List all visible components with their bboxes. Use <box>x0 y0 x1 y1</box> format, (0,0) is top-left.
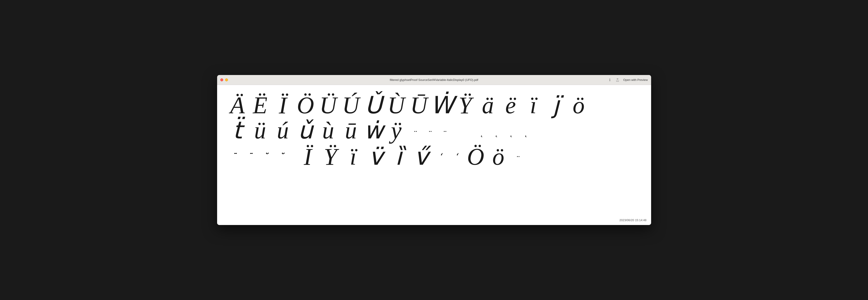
traffic-lights <box>220 78 228 81</box>
glyph-W-dot: Ẇ <box>430 92 454 119</box>
glyph-u-macron: ū <box>340 117 362 144</box>
glyph-u-acute: ú <box>272 117 294 144</box>
glyph-dot-3: ¨ <box>437 120 452 141</box>
glyph-v-diaeresis: v̈ <box>365 143 387 171</box>
glyph-bar-2: ¯̈ <box>242 150 258 163</box>
glyph-row-1: Ä Ë Ï Ö Ü Ú Ǔ Ù Ū Ẇ Ÿ ä ë ï j̈ ö <box>226 90 642 119</box>
glyph-i-double-diaeresis: ï <box>342 143 365 171</box>
share-icon[interactable] <box>616 78 620 82</box>
close-button[interactable] <box>220 78 223 81</box>
glyph-U-grave: Ù <box>385 92 408 119</box>
glyph-mark-1: ʻ <box>433 150 448 164</box>
glyph-u-caron: ǔ <box>294 117 317 144</box>
glyph-o-diaeresis: ö <box>567 92 590 119</box>
glyph-E-diaeresis: Ë <box>249 92 272 119</box>
glyph-y-diaeresis: ÿ <box>385 117 408 144</box>
info-icon[interactable]: ℹ <box>608 78 612 82</box>
glyph-u-diaeresis: ü <box>249 117 272 144</box>
glyph-v-double-acute: v̋ <box>410 143 433 171</box>
glyph-O-diaeresis: Ö <box>294 92 317 119</box>
glyph-U-diaeresis: Ü <box>317 92 340 119</box>
glyph-i-double-grave: ȉ <box>387 143 410 171</box>
glyph-bar-1: ¯̈ <box>226 150 242 163</box>
glyph-o-diaeresis-sm: ö <box>487 143 510 171</box>
glyph-dot-2: ¨ <box>423 120 437 141</box>
glyph-O-diaeresis-cap: Ö <box>464 143 487 171</box>
glyph-w-dot: ẇ <box>362 117 385 144</box>
glyph-i-diaeresis: ï <box>522 92 545 119</box>
title-bar-actions: ℹ Open with Preview <box>608 78 648 82</box>
glyph-mark-2: ʻ <box>448 150 464 164</box>
glyph-row-2: ẗ ü ú ǔ ù ū ẇ ÿ ¨ ¨ ¨ ˛ ˛ ˛ ˛ <box>226 117 642 144</box>
window-title: filtered glyphsetProof SourceSerif4Varia… <box>390 78 478 81</box>
glyph-e-diaeresis: ë <box>499 92 522 119</box>
glyph-combining-4: ˛ <box>519 122 534 139</box>
glyph-caron-1: ˇ̈ <box>258 150 274 163</box>
glyph-combining-1: ˛ <box>475 122 489 139</box>
timestamp: 2023/06/20 15:14:48 <box>619 219 646 222</box>
glyph-Y-double-diaeresis: Ÿ <box>319 143 342 171</box>
main-window: filtered glyphsetProof SourceSerif4Varia… <box>217 75 651 225</box>
glyph-a-diaeresis: ä <box>477 92 499 119</box>
glyph-I-diaeresis: Ï <box>272 92 294 119</box>
glyph-U-macron: Ū <box>408 92 430 119</box>
title-bar: filtered glyphsetProof SourceSerif4Varia… <box>217 75 651 85</box>
glyph-j-diaeresis: j̈ <box>545 92 567 119</box>
open-with-preview-button[interactable]: Open with Preview <box>623 78 648 81</box>
glyph-U-caron: Ǔ <box>362 92 385 119</box>
glyph-A-diaeresis: Ä <box>226 92 249 119</box>
glyph-U-acute: Ú <box>340 92 362 119</box>
glyph-t-diaeresis: ẗ <box>226 117 249 144</box>
glyph-dot-pair: ¨ <box>510 148 526 166</box>
glyph-combining-3: ˛ <box>504 122 519 139</box>
content-area: Ä Ë Ï Ö Ü Ú Ǔ Ù Ū Ẇ Ÿ ä ë ï j̈ ö ẗ ü <box>217 85 651 225</box>
glyph-combining-2: ˛ <box>489 122 504 139</box>
glyph-Y-diaeresis: Ÿ <box>454 92 477 119</box>
minimize-button[interactable] <box>225 78 228 81</box>
glyph-caron-2: ˇ̈ <box>274 150 290 163</box>
glyph-dot-1: ¨ <box>408 120 423 141</box>
glyph-I-double-diaeresis: Ï <box>297 143 319 171</box>
glyph-row-3: ¯̈ ¯̈ ˇ̈ ˇ̈ Ï Ÿ ï v̈ ȉ v̋ ʻ ʻ Ö ö ¨ <box>226 143 642 171</box>
glyph-display: Ä Ë Ï Ö Ü Ú Ǔ Ù Ū Ẇ Ÿ ä ë ï j̈ ö ẗ ü <box>217 85 651 225</box>
glyph-u-grave: ù <box>317 117 340 144</box>
